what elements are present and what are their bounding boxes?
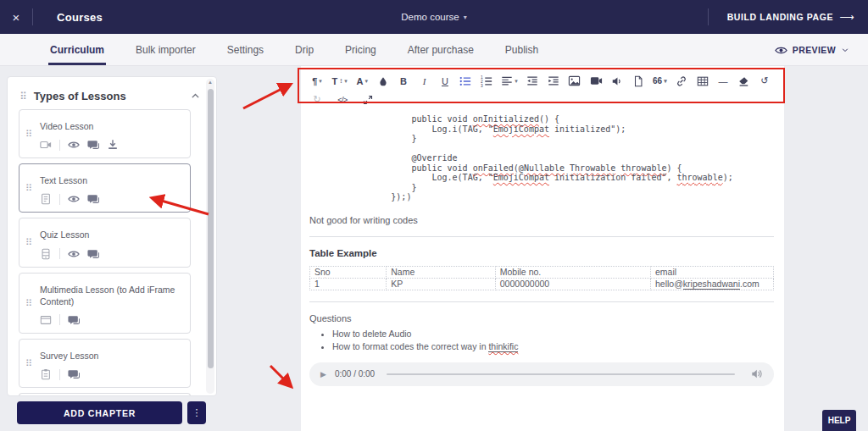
outdent-button[interactable] [526,75,538,87]
table-header-cell[interactable]: email [651,266,774,278]
insert-audio-button[interactable] [611,75,623,87]
lesson-card-text[interactable]: ⠿ Text Lesson [19,163,191,213]
text-color-button[interactable]: A▾ [356,76,368,86]
comment-icon[interactable] [68,368,80,380]
tab-curriculum[interactable]: Curriculum [48,34,106,65]
nav-divider-right [708,8,709,25]
insert-video-button[interactable] [590,75,603,87]
page-title: Courses [57,11,103,24]
insert-table-button[interactable] [697,75,709,87]
sidebar-scrollbar[interactable]: ▲ [206,79,214,394]
lesson-card-video[interactable]: ⠿ Video Lesson [19,109,191,158]
code-block[interactable]: public void onInitialized() { Log.i(TAG,… [309,114,774,202]
table-cell[interactable]: 1 [310,278,387,290]
editor-body[interactable]: public void onInitialized() { Log.i(TAG,… [309,114,774,386]
tab-pricing[interactable]: Pricing [343,34,378,65]
bullet-list-button[interactable] [459,75,471,87]
tab-bar: Curriculum Bulk importer Settings Drip P… [0,34,868,66]
lesson-card-title: Quiz Lesson [40,229,183,240]
comment-icon[interactable] [68,314,80,326]
scrollbar-thumb[interactable] [208,89,214,368]
close-icon[interactable]: × [0,10,32,25]
comment-icon[interactable] [87,248,99,260]
comment-icon[interactable] [87,139,99,151]
panel-title: Types of Lessons [34,90,190,102]
preview-label: PREVIEW [793,45,836,55]
build-landing-page-button[interactable]: BUILD LANDING PAGE ⟶ [727,11,854,23]
video-icon [590,75,603,87]
table-heading[interactable]: Table Example [309,248,774,258]
insert-image-button[interactable] [568,75,581,87]
drag-handle-icon[interactable]: ⠿ [19,91,27,102]
tab-settings[interactable]: Settings [225,34,265,65]
lesson-card-quiz[interactable]: ⠿ Quiz Lesson [19,218,191,267]
font-size-button[interactable]: T↕▾ [331,76,347,86]
audio-player[interactable]: ▶ 0:00 / 0:00 [309,362,774,386]
build-landing-page-label: BUILD LANDING PAGE [727,12,834,22]
table-cell-email[interactable]: hello@kripeshadwani.com [651,278,774,290]
course-selector-label: Demo course [401,12,459,22]
course-selector[interactable]: Demo course ▾ [401,12,466,22]
paragraph-format-button[interactable]: ¶▾ [311,76,323,86]
eye-icon[interactable] [68,193,80,205]
chevron-down-icon: ▾ [364,78,368,85]
underline-button[interactable]: U [439,76,451,86]
kebab-menu-button[interactable]: ⋮ [187,401,206,424]
align-button[interactable]: ▾ [501,75,518,87]
table-header-cell[interactable]: Name [387,266,496,278]
table-header-cell[interactable]: Sno [310,266,387,278]
icon-divider [59,248,60,259]
list-item[interactable]: How to delete Audio [332,329,774,339]
drag-handle-icon[interactable]: ⠿ [25,184,32,193]
horizontal-rule-button[interactable]: — [717,76,729,86]
tab-bulk-importer[interactable]: Bulk importer [134,34,198,65]
add-chapter-button[interactable]: ADD CHAPTER [17,401,182,424]
comment-icon[interactable] [87,193,99,205]
preview-button[interactable]: PREVIEW [775,34,849,66]
tab-drip[interactable]: Drip [293,34,315,65]
volume-icon[interactable] [750,367,763,380]
insert-file-button[interactable] [632,75,644,87]
play-icon[interactable]: ▶ [320,370,326,379]
outdent-icon [526,75,538,87]
tab-publish[interactable]: Publish [504,34,540,65]
eye-icon[interactable] [68,248,80,260]
lesson-card-multimedia[interactable]: ⠿ Multimedia Lesson (to Add iFrame Conte… [19,273,191,334]
tab-after-purchase[interactable]: After purchase [406,34,476,65]
bold-button[interactable]: B [398,76,409,86]
insert-link-button[interactable] [676,75,687,87]
help-button[interactable]: HELP [822,410,856,431]
indent-icon [548,75,559,87]
undo-button[interactable]: ↺ [759,75,771,86]
highlight-color-button[interactable] [377,76,389,86]
indent-button[interactable] [548,75,559,87]
scrollbar-up-arrow[interactable]: ▲ [206,80,214,85]
audio-progress-bar[interactable] [387,373,735,375]
fullscreen-button[interactable] [362,95,374,105]
redo-button[interactable]: ↻ [311,94,323,105]
italic-button[interactable]: I [419,76,431,86]
code-view-button[interactable]: </> [337,96,348,104]
lesson-card-survey[interactable]: ⠿ Survey Lesson [19,339,191,388]
drag-handle-icon[interactable]: ⠿ [25,238,32,247]
eye-icon[interactable] [68,139,80,151]
list-item[interactable]: How to format codes the correct way in t… [332,341,774,351]
clear-formatting-button[interactable] [737,75,749,87]
example-table[interactable]: Sno Name Mobile no. email 1 KP 000000000… [309,266,774,290]
chevron-down-icon: ▾ [319,78,322,85]
drag-handle-icon[interactable]: ⠿ [25,298,32,307]
table-cell[interactable]: 0000000000 [495,278,650,290]
blockquote-button[interactable]: 66▾ [653,76,667,86]
ordered-list-button[interactable] [481,75,492,87]
questions-heading[interactable]: Questions [309,313,774,323]
lesson-card-partial[interactable] [19,393,191,396]
paragraph-text[interactable]: Not good for writing codes [309,215,774,225]
drag-handle-icon[interactable]: ⠿ [25,358,32,367]
table-header-cell[interactable]: Mobile no. [495,266,650,278]
collapse-chevron-icon[interactable] [190,91,201,102]
table-cell[interactable]: KP [387,278,496,290]
lesson-card-title: Multimedia Lesson (to Add iFrame Content… [40,284,183,307]
drag-handle-icon[interactable]: ⠿ [25,130,32,139]
size-arrows-glyph: ↕ [339,77,342,85]
download-icon[interactable] [107,139,119,151]
